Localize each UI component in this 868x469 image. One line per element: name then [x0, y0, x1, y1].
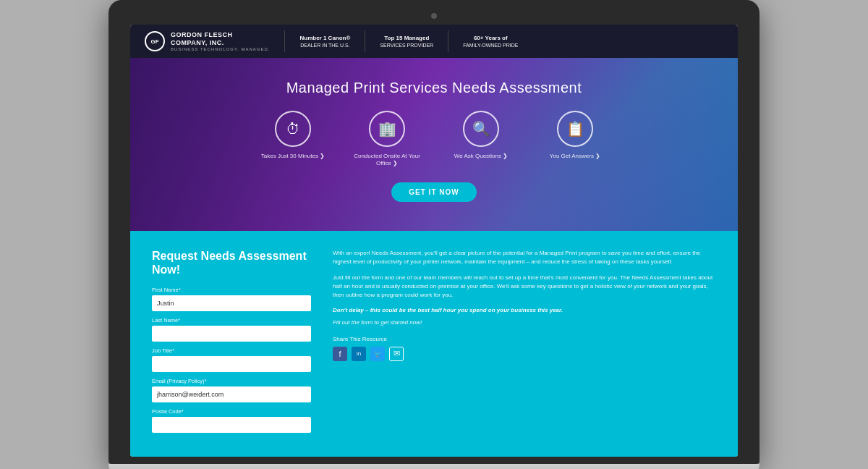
content-cta-text: Fill out the form to get started now!	[333, 319, 716, 326]
twitter-icon[interactable]: 🐦	[370, 347, 385, 361]
field-last-name: Last Name*	[152, 317, 311, 342]
company-name: GORDON FLESCH	[171, 31, 270, 39]
icon-label-0: Takes Just 30 Minutes ❯	[261, 153, 325, 160]
facebook-icon[interactable]: f	[333, 347, 347, 361]
company-tagline: BUSINESS TECHNOLOGY. MANAGED.	[171, 47, 270, 51]
hero-icon-item-1: 🏢 Conducted Onsite At Your Office ❯	[351, 111, 423, 168]
form-title: Request Needs Assessment Now!	[152, 249, 311, 276]
input-last-name[interactable]	[152, 326, 311, 342]
clock-icon: ⏱	[275, 111, 311, 147]
site-header: GF GORDON FLESCH COMPANY, INC. BUSINESS …	[130, 25, 738, 58]
hero-icon-item-0: ⏱ Takes Just 30 Minutes ❯	[257, 111, 329, 168]
linkedin-icon[interactable]: in	[352, 347, 366, 361]
laptop-container: GF GORDON FLESCH COMPANY, INC. BUSINESS …	[109, 0, 760, 469]
field-first-name: First Name*	[152, 287, 311, 311]
input-job-title[interactable]	[152, 356, 311, 372]
laptop-bezel: GF GORDON FLESCH COMPANY, INC. BUSINESS …	[109, 0, 760, 464]
hero-icon-item-3: 📋 You Get Answers ❯	[539, 111, 611, 168]
input-email[interactable]	[152, 386, 311, 402]
text-column: With an expert Needs Assessment, you'll …	[333, 249, 716, 439]
hero-icon-item-2: 🔍 We Ask Questions ❯	[445, 111, 517, 168]
content-para-1: With an expert Needs Assessment, you'll …	[333, 249, 716, 266]
content-para-2: Just fill out the form and one of our te…	[333, 274, 716, 300]
header-divider-1	[284, 30, 285, 52]
input-first-name[interactable]	[152, 295, 311, 311]
field-postal: Postal Code*	[152, 408, 311, 433]
label-job-title: Job Title*	[152, 347, 311, 354]
icon-label-1: Conducted Onsite At Your Office ❯	[351, 153, 423, 168]
field-email: Email (Privacy Policy)*	[152, 378, 311, 402]
social-icons-row: f in 🐦 ✉	[333, 347, 716, 361]
field-job-title: Job Title*	[152, 347, 311, 372]
label-first-name: First Name*	[152, 287, 311, 293]
label-email: Email (Privacy Policy)*	[152, 378, 311, 384]
hero-icons-row: ⏱ Takes Just 30 Minutes ❯ 🏢 Conducted On…	[159, 111, 709, 168]
label-postal: Postal Code*	[152, 408, 311, 415]
label-last-name: Last Name*	[152, 317, 311, 324]
header-divider-2	[365, 30, 365, 52]
hero-content: Managed Print Services Needs Assessment …	[159, 80, 709, 202]
header-badge-3: 60+ Years of FAMILY-OWNED PRIDE	[463, 34, 518, 49]
header-divider-3	[448, 30, 448, 52]
laptop-camera	[431, 13, 437, 19]
header-badge-1: Number 1 Canon® DEALER IN THE U.S.	[299, 34, 350, 49]
hero-title: Managed Print Services Needs Assessment	[159, 80, 709, 96]
logo-icon: GF	[145, 31, 165, 51]
icon-label-3: You Get Answers ❯	[550, 153, 600, 160]
building-icon: 🏢	[369, 111, 405, 147]
header-badge-2: Top 15 Managed SERVICES PROVIDER	[380, 34, 433, 49]
share-label: Share This Resource	[333, 336, 716, 342]
input-postal[interactable]	[152, 417, 311, 433]
logo-area: GF GORDON FLESCH COMPANY, INC. BUSINESS …	[145, 31, 270, 51]
get-it-now-button[interactable]: GET IT NOW	[391, 182, 476, 202]
question-icon: 🔍	[463, 111, 499, 147]
content-section: Request Needs Assessment Now! First Name…	[130, 231, 738, 457]
email-icon[interactable]: ✉	[389, 347, 404, 361]
company-sub: COMPANY, INC.	[171, 39, 270, 47]
hero-section: Managed Print Services Needs Assessment …	[130, 58, 738, 231]
form-column: Request Needs Assessment Now! First Name…	[152, 249, 311, 439]
icon-label-2: We Ask Questions ❯	[454, 153, 508, 160]
clipboard-icon: 📋	[557, 111, 593, 147]
logo-text-block: GORDON FLESCH COMPANY, INC. BUSINESS TEC…	[171, 31, 270, 51]
laptop-screen: GF GORDON FLESCH COMPANY, INC. BUSINESS …	[130, 25, 738, 457]
laptop-base	[109, 464, 760, 469]
content-bold: Don't delay – this could be the best hal…	[333, 307, 716, 313]
